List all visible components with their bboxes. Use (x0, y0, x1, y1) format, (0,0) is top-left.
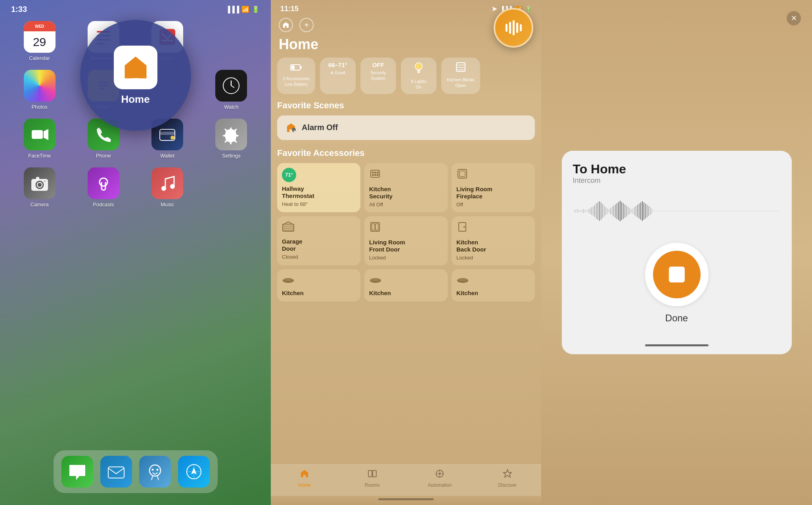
acc-kitchen2[interactable]: Kitchen (364, 269, 448, 301)
svg-point-21 (38, 183, 42, 187)
svg-rect-175 (718, 211, 719, 211)
svg-rect-160 (694, 210, 695, 212)
kitchen2-name: Kitchen (369, 290, 443, 297)
svg-rect-53 (374, 172, 376, 173)
acc-fireplace[interactable]: Living RoomFireplace Off (452, 163, 535, 212)
svg-rect-40 (291, 65, 295, 69)
svg-rect-176 (720, 210, 720, 212)
acc-thermostat[interactable]: 71° HallwayThermostat Heat to 68° (277, 163, 360, 212)
svg-rect-116 (624, 204, 625, 218)
security-tile-value: OFF (372, 61, 384, 68)
acc-garage[interactable]: GarageDoor Closed (277, 216, 360, 265)
svg-rect-173 (715, 211, 716, 211)
ios-home-screen: 1:33 ▐▐▐ 📶 🔋 WED 29 Calendar Reminders (0, 0, 271, 505)
svg-rect-141 (664, 211, 665, 211)
svg-rect-207 (769, 211, 770, 211)
dock-mail[interactable] (100, 456, 132, 488)
svg-rect-96 (593, 206, 594, 216)
svg-rect-93 (588, 209, 589, 213)
dock-tweetbot[interactable] (139, 456, 171, 488)
svg-line-33 (157, 476, 159, 480)
app-facetime[interactable]: FaceTime (12, 119, 67, 159)
svg-rect-169 (709, 211, 709, 211)
acc-kitchen1[interactable]: Kitchen (277, 269, 360, 301)
siri-title: To Home (573, 162, 781, 177)
app-music-label: Music (161, 202, 174, 207)
svg-rect-122 (634, 207, 635, 215)
acc-kitchen3[interactable]: Kitchen (452, 269, 535, 301)
svg-rect-127 (642, 201, 643, 221)
svg-rect-133 (651, 208, 652, 214)
app-photos2[interactable]: Photos (12, 70, 67, 110)
svg-rect-102 (602, 204, 603, 218)
home-app-panel: 11:15 ➤ ▐▐▐ 📶 🔋 + Home (271, 0, 541, 505)
alarm-off-scene[interactable]: Alarm Off (277, 115, 535, 140)
front-door-status: Locked (369, 255, 443, 261)
svg-rect-135 (655, 211, 655, 211)
home-screen: 11:15 ➤ ▐▐▐ 📶 🔋 + Home (271, 0, 541, 505)
app-music[interactable]: Music (140, 167, 195, 207)
tab-discover[interactable]: Discover (474, 469, 542, 488)
acc-back-door[interactable]: KitchenBack Door Locked (452, 216, 535, 265)
siri-close-button[interactable]: ✕ (787, 11, 801, 25)
svg-rect-152 (682, 210, 682, 212)
svg-rect-179 (724, 211, 725, 211)
acc-kitchen-security[interactable]: KitchenSecurity All Off (364, 163, 448, 212)
svg-point-78 (439, 472, 441, 475)
dock-messages[interactable] (61, 456, 93, 488)
svg-rect-13 (32, 130, 43, 139)
svg-rect-103 (604, 205, 605, 217)
app-clock[interactable]: Watch (204, 70, 259, 110)
svg-rect-130 (647, 205, 647, 217)
svg-rect-204 (764, 210, 765, 212)
app-wallet-label: Wallet (160, 153, 174, 159)
app-camera[interactable]: Camera (12, 167, 67, 207)
svg-marker-14 (44, 129, 48, 140)
tile-security[interactable]: OFF SecuritySystem (360, 58, 396, 94)
front-door-icon (369, 221, 443, 236)
app-phone-label: Phone (96, 153, 111, 159)
home-nav-home[interactable] (279, 18, 293, 32)
ios-dock (54, 450, 218, 493)
temp-tile-value: 66–71° (328, 61, 347, 68)
svg-rect-186 (735, 210, 736, 212)
svg-point-49 (292, 128, 296, 132)
svg-rect-209 (772, 211, 773, 211)
dock-safari[interactable] (178, 456, 210, 488)
app-podcasts[interactable]: Podcasts (76, 167, 131, 207)
kitchen3-name: Kitchen (456, 290, 530, 297)
acc-front-door[interactable]: Living RoomFront Door Locked (364, 216, 448, 265)
tab-automation-label: Automation (428, 482, 452, 488)
app-settings[interactable]: Settings (204, 119, 259, 159)
tab-home-icon (300, 469, 309, 481)
home-app-circle[interactable]: Home (80, 20, 191, 131)
svg-rect-166 (704, 210, 705, 212)
svg-rect-100 (599, 201, 600, 221)
svg-rect-59 (460, 171, 465, 177)
svg-rect-177 (721, 211, 722, 211)
tab-rooms[interactable]: Rooms (339, 469, 406, 488)
alarm-off-label: Alarm Off (302, 123, 338, 132)
home-app-label: Home (121, 93, 149, 106)
back-door-name: KitchenBack Door (456, 239, 530, 253)
tile-blinds[interactable]: Kitchen BlindsOpen (441, 58, 480, 94)
app-calendar[interactable]: WED 29 Calendar (12, 21, 67, 61)
tile-battery[interactable]: 3 AccessoriesLow Battery (277, 58, 315, 94)
status-tiles: 3 AccessoriesLow Battery 66–71° ⊕ Good O… (271, 58, 541, 100)
tile-lights[interactable]: 8 LightsOn (401, 58, 437, 94)
garage-name: GarageDoor (282, 238, 356, 252)
tab-automation[interactable]: Automation (406, 469, 474, 488)
svg-point-25 (161, 186, 166, 191)
svg-rect-171 (712, 211, 712, 211)
svg-rect-43 (417, 70, 420, 71)
done-button[interactable] (645, 243, 709, 306)
svg-rect-97 (594, 205, 595, 217)
svg-rect-128 (643, 202, 644, 220)
svg-rect-65 (372, 224, 375, 230)
tab-bar: Home Rooms Automation Discover (271, 465, 541, 496)
home-nav-add[interactable]: + (299, 18, 314, 32)
kitchen-security-icon (369, 168, 443, 182)
tab-home[interactable]: Home (271, 469, 339, 488)
tile-temp[interactable]: 66–71° ⊕ Good (320, 58, 356, 94)
siri-button[interactable] (494, 8, 533, 48)
